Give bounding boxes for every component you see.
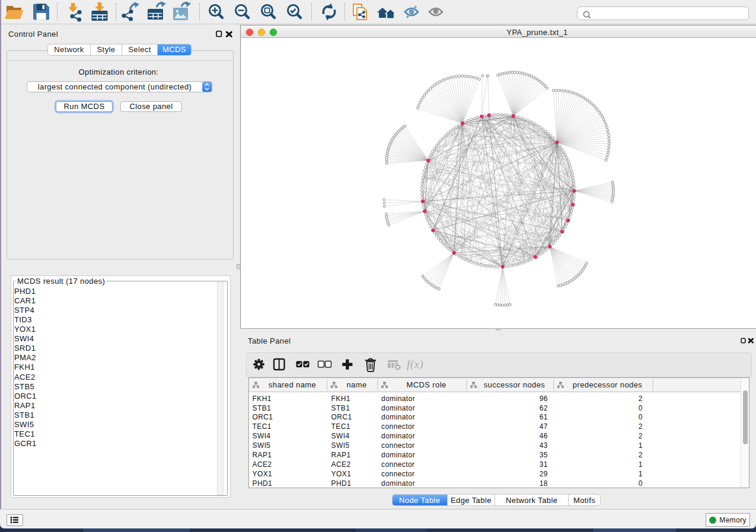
svg-text:f(x): f(x) bbox=[407, 358, 423, 371]
